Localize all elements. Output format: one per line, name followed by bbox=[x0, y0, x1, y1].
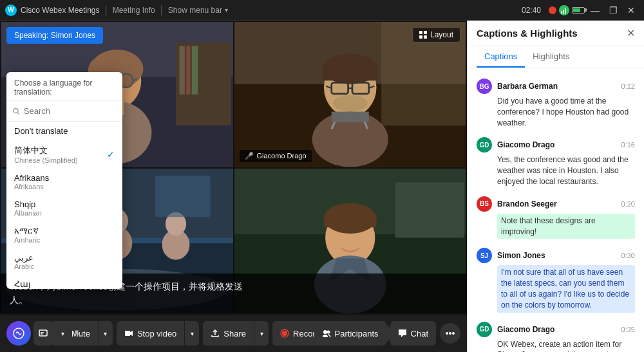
lang-albanian-sub: Albanian bbox=[14, 209, 42, 217]
lang-arabic-sub: Arabic bbox=[14, 263, 34, 270]
stop-video-group: Stop video ▾ bbox=[117, 321, 199, 346]
svg-rect-10 bbox=[179, 46, 185, 95]
chat-label: Chat bbox=[411, 329, 428, 338]
captions-chevron-button[interactable]: ▾ bbox=[55, 321, 70, 346]
share-button[interactable]: Share bbox=[203, 321, 254, 346]
svg-rect-2 bbox=[565, 8, 566, 14]
lang-item-chinese[interactable]: 简体中文 Chinese (Simplified) ✓ bbox=[6, 140, 122, 169]
caption-text-2: Yes, the conference was good and the wea… bbox=[497, 154, 635, 187]
close-button[interactable]: ✕ bbox=[623, 4, 639, 17]
main-area: Speaking: Simon Jones Layout bbox=[0, 21, 644, 352]
titlebar: W Cisco Webex Meetings | Meeting Info | … bbox=[0, 0, 644, 21]
caption-time-3: 0:20 bbox=[621, 200, 635, 208]
lang-item-amharic[interactable]: አማርኛ Amharic bbox=[6, 221, 122, 248]
caption-header-4: SJ Simon Jones 0:30 bbox=[477, 248, 635, 263]
record-icon bbox=[280, 329, 289, 338]
maximize-button[interactable]: ❐ bbox=[605, 4, 621, 17]
captions-list: BG Barbara German 0:12 Did you have a go… bbox=[468, 68, 644, 352]
lang-albanian-main: Shqip bbox=[14, 199, 42, 209]
webex-icon: W bbox=[5, 5, 17, 16]
chat-button[interactable]: Chat bbox=[390, 321, 436, 346]
status-icons bbox=[549, 5, 585, 15]
chat-icon bbox=[398, 329, 407, 338]
svg-rect-39 bbox=[331, 112, 368, 122]
svg-rect-4 bbox=[424, 31, 427, 34]
share-icon bbox=[211, 329, 220, 338]
caption-line-2: 人。 bbox=[10, 293, 457, 307]
panel-close-button[interactable]: ✕ bbox=[627, 27, 635, 39]
ai-assistant-button[interactable] bbox=[6, 321, 31, 346]
lang-item-albanian[interactable]: Shqip Albanian bbox=[6, 195, 122, 221]
mic-icon-2: 🎤 bbox=[245, 152, 254, 160]
caption-header-3: BS Brandon Seeger 0:20 bbox=[477, 196, 635, 212]
lang-search-input[interactable] bbox=[24, 106, 116, 116]
layout-button[interactable]: Layout bbox=[412, 27, 460, 42]
caption-name-3: Brandon Seeger bbox=[497, 199, 557, 208]
svg-rect-5 bbox=[419, 35, 422, 39]
participants-button[interactable]: Participants bbox=[314, 321, 386, 346]
more-right-button[interactable]: ••• bbox=[440, 323, 460, 344]
svg-rect-54 bbox=[395, 182, 464, 237]
avatar-sj: SJ bbox=[477, 248, 492, 263]
svg-rect-1 bbox=[563, 10, 564, 14]
caption-name-2: Giacomo Drago bbox=[497, 140, 554, 149]
lang-chinese-main: 简体中文 bbox=[14, 145, 77, 156]
svg-rect-29 bbox=[322, 63, 377, 80]
caption-name-5: Giacomo Drago bbox=[497, 325, 554, 334]
tab-captions[interactable]: Captions bbox=[477, 46, 525, 68]
ai-icon bbox=[13, 328, 24, 339]
lang-chinese-sub: Chinese (Simplified) bbox=[14, 156, 77, 164]
participants-icon bbox=[322, 329, 331, 338]
caption-time-4: 0:30 bbox=[621, 252, 635, 259]
lang-afrikaans-sub: Afrikaans bbox=[14, 183, 49, 190]
stop-video-button[interactable]: Stop video bbox=[117, 321, 184, 346]
menu-chevron-icon: ▾ bbox=[225, 6, 228, 14]
caption-time-5: 0:35 bbox=[621, 326, 635, 333]
panel-tabs: Captions Highlights bbox=[468, 46, 644, 68]
stop-video-label: Stop video bbox=[137, 329, 176, 338]
share-chevron-button[interactable]: ▾ bbox=[254, 321, 269, 346]
caption-header-2: GD Giacomo Drago 0:16 bbox=[477, 137, 635, 153]
meeting-info-link[interactable]: Meeting Info bbox=[113, 6, 155, 15]
right-panel: Captions & Highlights ✕ Captions Highlig… bbox=[467, 21, 644, 352]
caption-item-5: GD Giacomo Drago 0:35 OK Webex, create a… bbox=[468, 318, 644, 352]
caption-header-5: GD Giacomo Drago 0:35 bbox=[477, 322, 635, 337]
video-cell-2: 🎤 Giacomo Drago bbox=[234, 22, 466, 167]
stop-video-chevron-button[interactable]: ▾ bbox=[185, 321, 199, 346]
svg-rect-6 bbox=[424, 35, 427, 39]
svg-rect-57 bbox=[323, 213, 376, 227]
caption-header-1: BG Barbara German 0:12 bbox=[477, 79, 635, 94]
lang-item-afrikaans[interactable]: Afrikaans Afrikaans bbox=[6, 169, 122, 195]
svg-rect-12 bbox=[192, 46, 198, 95]
lang-item-dont-translate[interactable]: Don't translate bbox=[6, 122, 122, 140]
captions-icon bbox=[39, 329, 48, 338]
toolbar-right: Participants Chat ••• bbox=[314, 321, 460, 346]
lang-item-armenian[interactable]: Հայ Armenian bbox=[6, 275, 122, 289]
caption-text-1: Did you have a good time at the conferen… bbox=[497, 96, 635, 128]
toolbar-left: ▾ ↖ bbox=[6, 321, 83, 346]
caption-item-2: GD Giacomo Drago 0:16 Yes, the conferenc… bbox=[468, 133, 644, 190]
lang-dropdown-header: Choose a language for translation: bbox=[6, 72, 122, 101]
svg-point-73 bbox=[14, 108, 18, 113]
lang-dont-translate-label: Don't translate bbox=[14, 126, 68, 136]
lang-list: Don't translate 简体中文 Chinese (Simplified… bbox=[6, 122, 122, 289]
show-menu-bar-link[interactable]: Show menu bar bbox=[168, 6, 222, 15]
captions-button[interactable] bbox=[33, 321, 53, 346]
svg-rect-11 bbox=[186, 46, 190, 95]
meeting-time: 02:40 bbox=[522, 6, 541, 15]
app-logo: W Cisco Webex Meetings bbox=[5, 5, 100, 16]
svg-rect-0 bbox=[561, 11, 562, 14]
app-name: Cisco Webex Meetings bbox=[21, 6, 100, 15]
minimize-button[interactable]: — bbox=[587, 4, 603, 17]
layout-icon bbox=[419, 31, 427, 39]
svg-point-72 bbox=[327, 331, 330, 334]
mute-chevron-button[interactable]: ▾ bbox=[99, 321, 113, 346]
caption-item-4: SJ Simon Jones 0:30 I'm not sure that al… bbox=[468, 244, 644, 316]
recording-dot bbox=[549, 6, 556, 14]
share-label: Share bbox=[223, 329, 246, 338]
svg-point-69 bbox=[282, 331, 287, 336]
lang-item-arabic[interactable]: عربي Arabic bbox=[6, 248, 122, 275]
caption-time-2: 0:16 bbox=[621, 141, 635, 149]
tab-highlights[interactable]: Highlights bbox=[525, 46, 577, 68]
battery-icon bbox=[572, 7, 585, 14]
